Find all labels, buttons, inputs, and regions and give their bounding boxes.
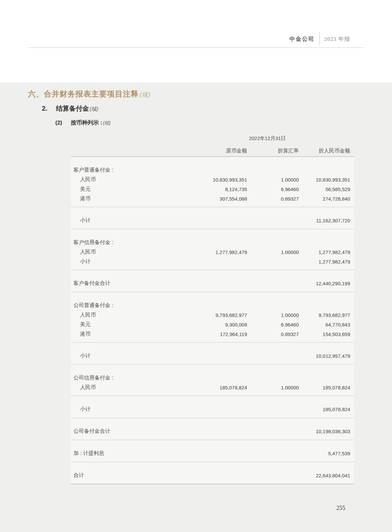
cell-rmb-amount: 10,198,036,303 xyxy=(299,429,350,434)
company-name: 中金公司 xyxy=(290,35,315,43)
row-label: 美元 xyxy=(73,186,191,193)
row-label: 小计 xyxy=(73,258,191,265)
cell-original-amount: 1,277,982,479 xyxy=(191,249,247,255)
header-divider xyxy=(319,32,320,46)
table-row: 美元8,124,7356.9646056,585,529 xyxy=(73,184,350,194)
cell-exchange-rate: 0.89327 xyxy=(247,196,299,202)
table-column-headers: 原币金额 折算汇率 折人民币金额 xyxy=(73,144,350,156)
subsection-continued-mark: (续) xyxy=(90,106,98,112)
table-section: 公司备付金合计10,198,036,303 xyxy=(71,418,354,440)
cell-rmb-amount: 12,440,290,199 xyxy=(299,281,350,286)
table-section: 合计22,643,804,041 xyxy=(71,462,354,484)
table-row: 人民币185,078,8241.00000185,078,824 xyxy=(73,383,350,392)
table-section: 公司信用备付金 :人民币185,078,8241.00000185,078,82… xyxy=(71,365,354,396)
row-label: 公司普通备付金 : xyxy=(73,302,191,309)
cell-rmb-amount: 185,078,824 xyxy=(299,406,350,412)
row-label: 客户备付金合计 xyxy=(73,280,191,287)
column-header-original-amount: 原币金额 xyxy=(191,148,247,154)
column-header-exchange-rate: 折算汇率 xyxy=(247,148,299,154)
cell-exchange-rate: 6.96460 xyxy=(247,322,299,327)
subsection-number: 2. xyxy=(42,105,56,112)
cell-rmb-amount: 9,793,682,977 xyxy=(299,312,350,318)
list-heading-number: (2) xyxy=(55,120,71,126)
cell-rmb-amount: 5,477,539 xyxy=(299,451,350,456)
row-label: 合计 xyxy=(73,472,191,479)
cell-original-amount: 8,124,735 xyxy=(191,186,247,192)
cell-rmb-amount: 22,643,804,041 xyxy=(299,473,350,478)
list-heading: (2)按币种列示 :(续) xyxy=(55,119,111,126)
table-section: 客户普通备付金 :人民币10,830,993,3511.0000010,830,… xyxy=(71,157,354,207)
list-heading-text: 按币种列示 : xyxy=(71,120,102,126)
row-label: 港币 xyxy=(73,195,191,202)
cell-original-amount: 172,964,119 xyxy=(191,331,247,337)
subsection-heading-text: 结算备付金 xyxy=(56,105,89,112)
table-row: 美元9,300,0096.9646064,770,843 xyxy=(73,320,350,329)
table-date-header: 2022年12月31日 xyxy=(188,135,347,142)
cell-exchange-rate: 6.96460 xyxy=(247,186,299,192)
cell-exchange-rate: 0.89327 xyxy=(247,331,299,337)
cell-exchange-rate: 1.00000 xyxy=(247,385,299,390)
table-section: 公司普通备付金 :人民币9,793,682,9771.000009,793,68… xyxy=(71,292,354,343)
table-row: 加 : 计提利息5,477,539 xyxy=(73,449,350,458)
table-row: 人民币9,793,682,9771.000009,793,682,977 xyxy=(73,310,350,320)
table-row: 公司备付金合计10,198,036,303 xyxy=(73,427,350,436)
table-section: 加 : 计提利息5,477,539 xyxy=(71,440,354,462)
table-row: 港币307,554,0880.89327274,728,840 xyxy=(73,194,350,204)
cell-exchange-rate: 1.00000 xyxy=(247,312,299,318)
cell-original-amount: 9,300,009 xyxy=(191,322,247,327)
table-row: 客户备付金合计12,440,290,199 xyxy=(73,279,350,288)
content-band: 六、合并财务报表主要项目注释(续) 2.结算备付金(续) (2)按币种列示 :(… xyxy=(0,82,392,532)
report-page: 中金公司 2023 年报 六、合并财务报表主要项目注释(续) 2.结算备付金(续… xyxy=(0,0,392,532)
section-heading: 六、合并财务报表主要项目注释(续) xyxy=(28,89,151,99)
row-label: 客户普通备付金 : xyxy=(73,167,191,174)
column-header-rmb-amount: 折人民币金额 xyxy=(299,148,350,154)
row-label: 加 : 计提利息 xyxy=(73,450,191,457)
row-label: 人民币 xyxy=(73,176,191,183)
table-row: 小计11,162,307,720 xyxy=(73,216,350,225)
table-row: 客户普通备付金 : xyxy=(73,165,350,175)
cell-rmb-amount: 185,078,824 xyxy=(299,385,350,390)
currency-table: 2022年12月31日 原币金额 折算汇率 折人民币金额 客户普通备付金 :人民… xyxy=(71,133,354,484)
row-label: 公司信用备付金 : xyxy=(73,375,191,381)
table-section: 客户备付金合计12,440,290,199 xyxy=(71,270,354,292)
cell-rmb-amount: 56,585,529 xyxy=(299,186,350,192)
cell-rmb-amount: 274,728,840 xyxy=(299,196,350,202)
table-row: 小计10,012,957,479 xyxy=(73,351,350,361)
section-heading-text: 六、合并财务报表主要项目注释 xyxy=(28,90,139,98)
cell-original-amount: 307,554,088 xyxy=(191,196,247,202)
cell-rmb-amount: 11,162,307,720 xyxy=(299,218,350,223)
cell-rmb-amount: 154,503,659 xyxy=(299,331,350,337)
table-row: 合计22,643,804,041 xyxy=(73,471,350,480)
table-section: 小计10,012,957,479 xyxy=(71,343,354,365)
table-section: 小计185,078,824 xyxy=(71,396,354,418)
row-label: 公司备付金合计 xyxy=(73,428,191,435)
table-row: 港币172,964,1190.89327154,503,659 xyxy=(73,329,350,339)
cell-original-amount: 9,793,682,977 xyxy=(191,312,247,318)
table-row: 小计1,277,982,479 xyxy=(73,257,350,266)
page-number: 255 xyxy=(336,505,345,512)
cell-exchange-rate: 1.00000 xyxy=(247,177,299,182)
table-date-row: 2022年12月31日 xyxy=(73,133,350,144)
cell-rmb-amount: 1,277,982,479 xyxy=(299,259,350,265)
table-section: 客户信用备付金 :人民币1,277,982,4791.000001,277,98… xyxy=(71,229,354,270)
subsection-heading: 2.结算备付金(续) xyxy=(42,104,98,113)
row-label: 美元 xyxy=(73,321,191,328)
section-heading-continued-mark: (续) xyxy=(140,91,151,98)
table-row: 小计185,078,824 xyxy=(73,405,350,414)
table-section: 小计11,162,307,720 xyxy=(71,207,354,229)
report-title: 2023 年报 xyxy=(324,35,350,43)
running-header: 中金公司 2023 年报 xyxy=(28,32,364,48)
row-label: 人民币 xyxy=(73,384,191,391)
table-row: 人民币10,830,993,3511.0000010,830,993,351 xyxy=(73,175,350,184)
row-label: 人民币 xyxy=(73,249,191,256)
cell-original-amount: 185,078,824 xyxy=(191,385,247,390)
table-row: 人民币1,277,982,4791.000001,277,982,479 xyxy=(73,247,350,257)
table-row: 公司信用备付金 : xyxy=(73,373,350,383)
cell-rmb-amount: 10,012,957,479 xyxy=(299,353,350,359)
list-heading-continued-mark: (续) xyxy=(103,120,110,126)
table-header: 2022年12月31日 原币金额 折算汇率 折人民币金额 xyxy=(71,133,354,156)
cell-original-amount: 10,830,993,351 xyxy=(191,177,247,182)
row-label: 人民币 xyxy=(73,312,191,319)
cell-rmb-amount: 64,770,843 xyxy=(299,322,350,327)
row-label: 客户信用备付金 : xyxy=(73,239,191,246)
